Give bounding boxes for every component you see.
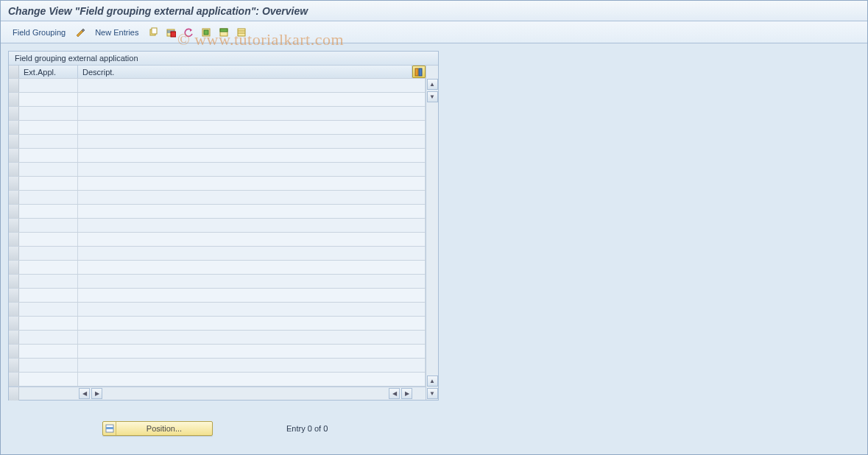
- cell-ext-appl[interactable]: [19, 233, 78, 246]
- cell-ext-appl[interactable]: [19, 359, 78, 372]
- row-selector[interactable]: [9, 303, 19, 316]
- cell-descript[interactable]: [78, 149, 426, 162]
- vscroll-page-down-icon[interactable]: ▼: [427, 91, 438, 102]
- cell-ext-appl[interactable]: [19, 107, 78, 120]
- cell-descript[interactable]: [78, 205, 426, 218]
- hscroll-step-right-icon[interactable]: ▶: [91, 388, 102, 399]
- table-row: [9, 93, 426, 107]
- cell-ext-appl[interactable]: [19, 219, 78, 232]
- row-selector[interactable]: [9, 345, 19, 358]
- undo-change-icon[interactable]: [182, 26, 195, 39]
- toggle-change-icon[interactable]: [74, 26, 87, 39]
- row-selector[interactable]: [9, 93, 19, 106]
- table-row: [9, 233, 426, 247]
- table-settings-icon[interactable]: [412, 66, 426, 78]
- hscroll-right-icon[interactable]: ▶: [401, 388, 412, 399]
- cell-descript[interactable]: [78, 373, 426, 386]
- cell-ext-appl[interactable]: [19, 275, 78, 288]
- cell-ext-appl[interactable]: [19, 93, 78, 106]
- vscroll-down-icon[interactable]: ▼: [427, 388, 438, 399]
- field-grouping-button[interactable]: Field Grouping: [8, 27, 70, 38]
- hscroll-left-icon[interactable]: ◀: [79, 388, 90, 399]
- table-row: [9, 247, 426, 261]
- table-row: [9, 219, 426, 233]
- cell-descript[interactable]: [78, 93, 426, 106]
- row-selector[interactable]: [9, 275, 19, 288]
- row-selector[interactable]: [9, 373, 19, 386]
- row-selector[interactable]: [9, 359, 19, 372]
- cell-ext-appl[interactable]: [19, 247, 78, 260]
- row-selector[interactable]: [9, 219, 19, 232]
- row-selector[interactable]: [9, 205, 19, 218]
- row-selector[interactable]: [9, 177, 19, 190]
- row-selector[interactable]: [9, 121, 19, 134]
- row-selector[interactable]: [9, 261, 19, 274]
- cell-ext-appl[interactable]: [19, 79, 78, 92]
- new-entries-button[interactable]: New Entries: [91, 27, 143, 38]
- table-panel: Field grouping external application Ext.…: [8, 51, 439, 401]
- cell-descript[interactable]: [78, 79, 426, 92]
- column-header-ext-appl[interactable]: Ext.Appl.: [19, 66, 78, 78]
- cell-ext-appl[interactable]: [19, 205, 78, 218]
- cell-descript[interactable]: [78, 219, 426, 232]
- select-block-icon[interactable]: [217, 26, 230, 39]
- cell-descript[interactable]: [78, 331, 426, 344]
- cell-descript[interactable]: [78, 247, 426, 260]
- delete-icon[interactable]: [164, 26, 177, 39]
- cell-descript[interactable]: [78, 261, 426, 274]
- row-selector[interactable]: [9, 107, 19, 120]
- svg-rect-14: [419, 68, 422, 76]
- cell-descript[interactable]: [78, 177, 426, 190]
- vscroll-up-icon[interactable]: ▲: [427, 79, 438, 90]
- cell-descript[interactable]: [78, 317, 426, 330]
- cell-ext-appl[interactable]: [19, 373, 78, 386]
- copy-as-icon[interactable]: [147, 26, 160, 39]
- deselect-all-icon[interactable]: [235, 26, 248, 39]
- cell-descript[interactable]: [78, 191, 426, 204]
- cell-ext-appl[interactable]: [19, 191, 78, 204]
- svg-rect-7: [204, 30, 208, 35]
- footer-row: Position... Entry 0 of 0: [8, 421, 860, 436]
- cell-descript[interactable]: [78, 359, 426, 372]
- cell-descript[interactable]: [78, 233, 426, 246]
- cell-ext-appl[interactable]: [19, 303, 78, 316]
- table-row: [9, 303, 426, 317]
- cell-ext-appl[interactable]: [19, 261, 78, 274]
- cell-ext-appl[interactable]: [19, 331, 78, 344]
- row-selector[interactable]: [9, 247, 19, 260]
- cell-ext-appl[interactable]: [19, 135, 78, 148]
- row-selector[interactable]: [9, 331, 19, 344]
- row-selector[interactable]: [9, 317, 19, 330]
- cell-ext-appl[interactable]: [19, 121, 78, 134]
- cell-ext-appl[interactable]: [19, 345, 78, 358]
- row-selector[interactable]: [9, 233, 19, 246]
- cell-descript[interactable]: [78, 121, 426, 134]
- cell-ext-appl[interactable]: [19, 163, 78, 176]
- row-selector[interactable]: [9, 79, 19, 92]
- svg-rect-16: [106, 427, 113, 429]
- cell-ext-appl[interactable]: [19, 317, 78, 330]
- table-row: [9, 205, 426, 219]
- cell-descript[interactable]: [78, 163, 426, 176]
- panel-title: Field grouping external application: [9, 52, 438, 66]
- column-header-descript[interactable]: Descript.: [78, 66, 412, 78]
- cell-ext-appl[interactable]: [19, 149, 78, 162]
- cell-descript[interactable]: [78, 135, 426, 148]
- position-button[interactable]: Position...: [102, 421, 213, 436]
- vscroll-page-up-icon[interactable]: ▲: [427, 375, 438, 387]
- cell-ext-appl[interactable]: [19, 289, 78, 302]
- cell-descript[interactable]: [78, 107, 426, 120]
- row-selector[interactable]: [9, 149, 19, 162]
- cell-descript[interactable]: [78, 345, 426, 358]
- cell-ext-appl[interactable]: [19, 177, 78, 190]
- row-selector[interactable]: [9, 191, 19, 204]
- cell-descript[interactable]: [78, 289, 426, 302]
- row-selector[interactable]: [9, 163, 19, 176]
- select-all-icon[interactable]: [200, 26, 213, 39]
- cell-descript[interactable]: [78, 275, 426, 288]
- cell-descript[interactable]: [78, 303, 426, 316]
- row-selector[interactable]: [9, 289, 19, 302]
- row-selector[interactable]: [9, 135, 19, 148]
- row-selector-header[interactable]: [9, 66, 19, 78]
- hscroll-step-left-icon[interactable]: ◀: [389, 388, 400, 399]
